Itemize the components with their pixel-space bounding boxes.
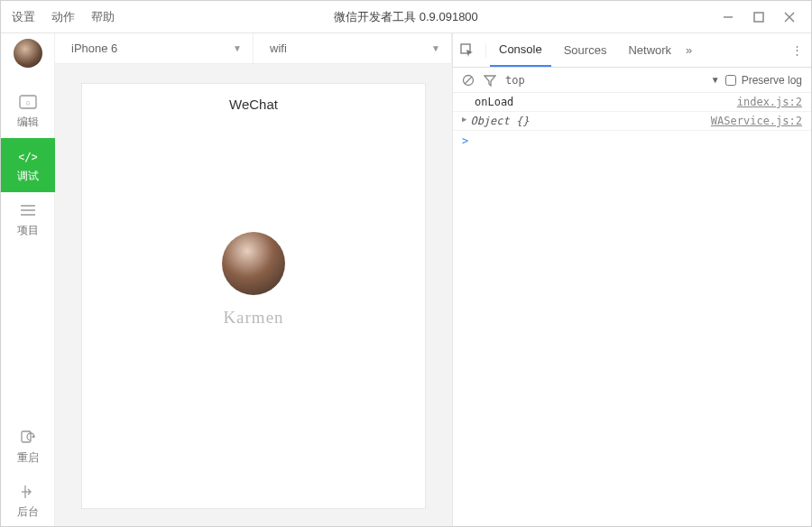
close-icon[interactable] <box>779 6 800 28</box>
edit-icon: ○ <box>19 93 37 111</box>
user-avatar[interactable] <box>222 232 285 295</box>
expand-icon[interactable]: ▶ <box>462 115 466 127</box>
menu-actions[interactable]: 动作 <box>51 9 75 25</box>
background-icon <box>19 483 37 501</box>
svg-marker-17 <box>484 76 495 86</box>
debug-icon: </> <box>19 147 37 165</box>
console-prompt[interactable]: > <box>453 131 811 151</box>
left-sidebar: ○ 编辑 </> 调试 项目 重启 后台 <box>1 33 55 527</box>
menu-settings[interactable]: 设置 <box>12 9 35 25</box>
menu-help[interactable]: 帮助 <box>91 9 115 25</box>
chevron-down-icon[interactable]: ▼ <box>711 75 720 85</box>
chevron-down-icon: ▼ <box>431 43 440 53</box>
username: Karmen <box>223 308 283 328</box>
device-label: iPhone 6 <box>71 42 117 55</box>
devtools-menu-icon[interactable]: ⋮ <box>791 43 804 57</box>
sidebar-item-label: 编辑 <box>17 115 39 130</box>
network-dropdown[interactable]: wifi ▼ <box>254 33 452 63</box>
filter-icon[interactable] <box>484 74 496 87</box>
menu: 设置 动作 帮助 <box>12 9 115 25</box>
preserve-log-checkbox[interactable] <box>725 75 736 86</box>
minimize-icon[interactable] <box>717 6 739 28</box>
sidebar-item-debug[interactable]: </> 调试 <box>1 138 55 192</box>
log-message: onLoad <box>475 96 737 108</box>
tab-console[interactable]: Console <box>490 33 551 67</box>
context-selector[interactable]: top <box>505 74 525 87</box>
phone-canvas: WeChat Karmen <box>82 84 425 508</box>
title-bar: 设置 动作 帮助 微信开发者工具 0.9.091800 <box>1 1 811 33</box>
svg-line-16 <box>465 77 472 84</box>
window-controls <box>717 6 800 28</box>
console-log-area: onLoad index.js:2 ▶ Object {} WAService.… <box>453 93 811 151</box>
window-title: 微信开发者工具 0.9.091800 <box>334 9 478 25</box>
project-icon <box>19 201 37 219</box>
svg-rect-1 <box>754 13 763 22</box>
tab-network[interactable]: Network <box>619 33 680 67</box>
log-source-link[interactable]: index.js:2 <box>737 96 802 108</box>
device-bar: iPhone 6 ▼ wifi ▼ <box>55 33 452 64</box>
device-dropdown[interactable]: iPhone 6 ▼ <box>55 33 254 63</box>
maximize-icon[interactable] <box>748 6 770 28</box>
inspect-icon[interactable] <box>460 43 486 58</box>
phone-title: WeChat <box>82 84 425 124</box>
tab-sources[interactable]: Sources <box>555 33 616 67</box>
sidebar-item-edit[interactable]: ○ 编辑 <box>1 84 55 138</box>
svg-text:</>: </> <box>19 149 37 162</box>
restart-icon <box>19 429 37 447</box>
devtools-panel: Console Sources Network » ⋮ top ▼ Preser… <box>452 33 811 527</box>
simulator-column: iPhone 6 ▼ wifi ▼ WeChat Karmen <box>55 33 452 527</box>
phone-body: Karmen <box>82 124 425 328</box>
chevron-down-icon: ▼ <box>233 43 242 53</box>
log-line: onLoad index.js:2 <box>453 93 811 112</box>
log-source-link[interactable]: WAService.js:2 <box>711 115 802 127</box>
sidebar-item-restart[interactable]: 重启 <box>1 420 55 474</box>
log-line: ▶ Object {} WAService.js:2 <box>453 112 811 131</box>
console-toolbar: top ▼ Preserve log <box>453 68 811 93</box>
network-label: wifi <box>270 42 287 55</box>
sidebar-item-background[interactable]: 后台 <box>1 474 55 527</box>
sidebar-item-label: 重启 <box>17 450 39 466</box>
sidebar-item-label: 调试 <box>17 169 39 184</box>
sidebar-item-project[interactable]: 项目 <box>1 192 55 246</box>
clear-console-icon[interactable] <box>462 74 475 87</box>
log-message: Object {} <box>470 115 710 127</box>
tabs-overflow-icon[interactable]: » <box>686 43 692 57</box>
sidebar-item-label: 后台 <box>17 504 39 520</box>
phone-stage: WeChat Karmen <box>55 64 452 527</box>
preserve-log-label: Preserve log <box>742 74 802 87</box>
avatar[interactable] <box>14 39 42 68</box>
svg-text:○: ○ <box>25 99 30 106</box>
sidebar-item-label: 项目 <box>17 223 39 238</box>
devtools-tabs: Console Sources Network » ⋮ <box>453 33 811 68</box>
